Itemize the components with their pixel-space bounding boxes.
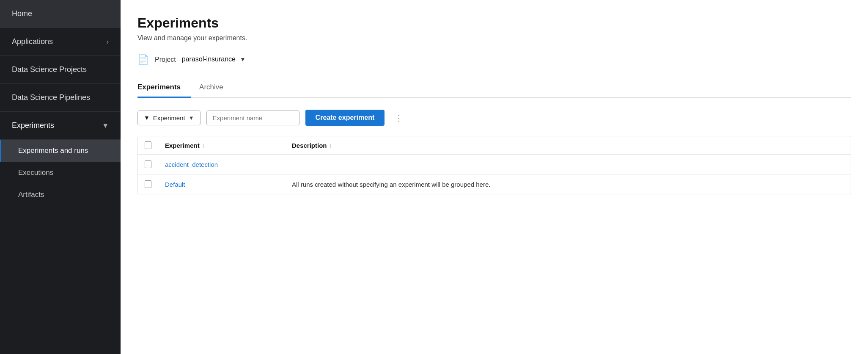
tab-archive-label: Archive: [199, 83, 223, 91]
search-input[interactable]: [206, 111, 299, 125]
row-1-experiment-cell[interactable]: accident_detection: [158, 161, 285, 168]
page-title: Experiments: [137, 15, 851, 31]
sidebar-item-artifacts[interactable]: Artifacts: [0, 184, 121, 206]
filter-arrow-icon: ▼: [189, 115, 194, 121]
sidebar-item-data-science-projects-label: Data Science Projects: [12, 65, 87, 74]
sidebar-sub-item-label: Artifacts: [18, 191, 44, 199]
sidebar-item-data-science-projects[interactable]: Data Science Projects: [0, 56, 121, 84]
filter-icon: ▼: [144, 114, 150, 121]
chevron-down-icon: ▼: [102, 122, 109, 130]
select-all-cell: [138, 141, 158, 149]
experiment-sort-icon[interactable]: ↕: [202, 142, 205, 149]
experiments-table: Experiment ↕ Description ↕ accident_dete…: [137, 136, 851, 194]
select-all-checkbox[interactable]: [145, 141, 151, 149]
row-2-experiment-cell[interactable]: Default: [158, 181, 285, 188]
row-2-description-cell: All runs created without specifying an e…: [285, 181, 851, 188]
tabs: Experiments Archive: [137, 79, 851, 98]
row-2-select-cell: [138, 180, 158, 188]
sidebar-sub-item-label: Executions: [18, 169, 53, 177]
project-label: Project: [155, 56, 176, 64]
sidebar-item-experiments[interactable]: Experiments ▼: [0, 112, 121, 140]
sidebar-item-applications[interactable]: Applications ›: [0, 28, 121, 56]
sidebar-item-data-science-pipelines-label: Data Science Pipelines: [12, 93, 90, 102]
project-selector: 📄 Project parasol-insurance ▼: [137, 54, 851, 65]
more-icon: ⋮: [395, 113, 403, 122]
project-icon: 📄: [137, 54, 149, 65]
sidebar-item-data-science-pipelines[interactable]: Data Science Pipelines: [0, 84, 121, 112]
page-subtitle: View and manage your experiments.: [137, 34, 851, 42]
sidebar-item-experiments-and-runs[interactable]: Experiments and runs: [0, 140, 121, 162]
sidebar: Home Applications › Data Science Project…: [0, 0, 121, 354]
chevron-right-icon: ›: [107, 38, 109, 46]
main-content: Experiments View and manage your experim…: [121, 0, 868, 354]
experiment-column-header: Experiment ↕: [158, 141, 285, 149]
sidebar-item-applications-label: Applications: [12, 37, 53, 46]
sidebar-item-experiments-label: Experiments: [12, 121, 54, 130]
table-row: accident_detection: [138, 155, 851, 174]
table-header: Experiment ↕ Description ↕: [138, 136, 851, 155]
sidebar-item-home[interactable]: Home: [0, 0, 121, 28]
sidebar-sub-menu: Experiments and runs Executions Artifact…: [0, 140, 121, 206]
description-sort-icon[interactable]: ↕: [330, 142, 332, 149]
sidebar-sub-item-label: Experiments and runs: [18, 147, 88, 155]
dropdown-arrow-icon: ▼: [240, 56, 246, 63]
description-column-label: Description: [292, 142, 327, 149]
tab-experiments-label: Experiments: [137, 83, 181, 91]
more-options-button[interactable]: ⋮: [390, 110, 407, 125]
create-experiment-button[interactable]: Create experiment: [305, 110, 385, 126]
experiment-column-label: Experiment: [165, 142, 200, 149]
sidebar-item-home-label: Home: [12, 9, 32, 18]
toolbar: ▼ Experiment ▼ Create experiment ⋮: [137, 110, 851, 126]
description-column-header: Description ↕: [285, 141, 851, 149]
row-2-checkbox[interactable]: [145, 180, 151, 188]
sidebar-item-executions[interactable]: Executions: [0, 162, 121, 184]
table-row: Default All runs created without specify…: [138, 174, 851, 194]
row-1-select-cell: [138, 160, 158, 168]
tab-archive[interactable]: Archive: [199, 79, 233, 98]
row-1-checkbox[interactable]: [145, 160, 151, 168]
tab-experiments[interactable]: Experiments: [137, 79, 191, 98]
project-dropdown[interactable]: parasol-insurance ▼: [182, 54, 249, 65]
filter-label: Experiment: [153, 114, 185, 122]
filter-button[interactable]: ▼ Experiment ▼: [137, 111, 201, 125]
project-selected-value: parasol-insurance: [182, 55, 236, 63]
create-experiment-label: Create experiment: [316, 114, 375, 121]
